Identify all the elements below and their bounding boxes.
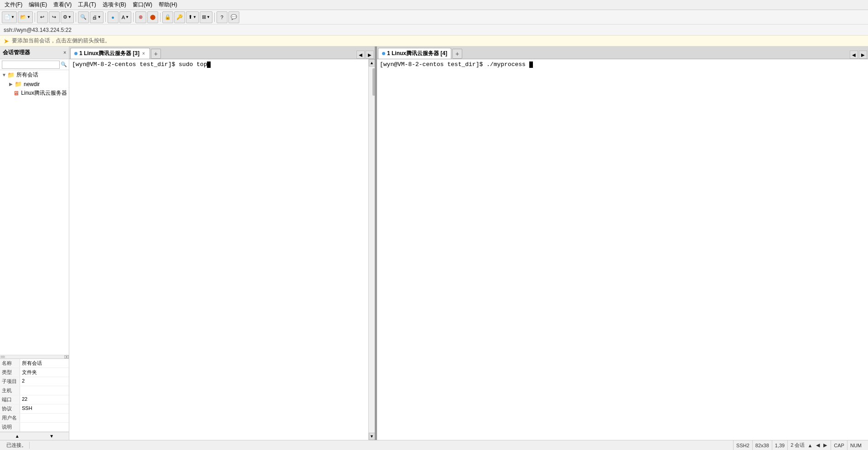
right-tab-active[interactable]: 1 Linux腾讯云服务器 [4] [378,48,451,59]
terminal-area: 1 Linux腾讯云服务器 [3] × + ◀ ▶ [wyn@VM-8-2-ce… [69,46,868,440]
sidebar: 会话管理器 × 🔍 ▼ 📁 所有会话 ▶ 📁 newdir 🖥 [0,46,69,440]
lock-button[interactable]: 🔒 [162,11,173,23]
menu-window[interactable]: 窗口(W) [130,0,155,10]
prop-val: 22 [20,395,29,404]
redo-button[interactable]: ↪ [49,11,60,23]
record-button[interactable]: ⬤ [147,11,158,23]
prop-key: 说明 [0,423,20,431]
scroll-up-arrow[interactable]: ▲ [369,59,375,66]
menu-edit[interactable]: 编辑(E) [26,0,50,10]
right-tab-prev[interactable]: ◀ [850,51,858,59]
prop-key: 协议 [0,404,20,413]
hintbar: ➤ 要添加当前会话，点击左侧的箭头按钮。 [0,36,868,46]
left-tab-next[interactable]: ▶ [366,51,374,59]
prop-scroll-up[interactable]: ▲ [0,432,35,440]
main-area: 会话管理器 × 🔍 ▼ 📁 所有会话 ▶ 📁 newdir 🖥 [0,46,868,440]
tab-dot [74,52,78,55]
status-cursor-pos: 1,39 [772,440,787,450]
hscroll-thumb [0,356,5,358]
prop-key: 用户名 [0,414,20,422]
left-tab-active[interactable]: 1 Linux腾讯云服务器 [3] × [70,48,150,59]
find-button[interactable]: 🔍 [78,11,89,23]
left-tab-add-button[interactable]: + [151,49,161,59]
help-button[interactable]: ? [217,11,227,23]
new-icon: 📄 [4,14,10,20]
menu-view[interactable]: 查看(V) [51,0,74,10]
separator-1 [35,13,35,22]
menu-file[interactable]: 文件(F) [2,0,25,10]
properties-panel: 名称 所有会话 类型 文件夹 子项目 2 主机 端口 22 协议 SSH [0,358,69,432]
print-button[interactable]: 🖨 ▼ [90,11,103,23]
sidebar-search-input[interactable] [2,61,60,69]
color-button[interactable]: ● [108,11,119,23]
sessions-up-arrow[interactable]: ▲ [806,443,813,448]
statusbar: 已连接。 SSH2 82x38 1,39 2 会话 ▲ ◀ ▶ CAP NUM [0,440,868,450]
chat-icon: 💬 [231,14,237,20]
settings-button[interactable]: ⚙ ▼ [61,11,74,23]
help-icon: ? [221,15,223,20]
sidebar-hscrollbar[interactable]: › [0,355,69,358]
prop-key: 子项目 [0,377,20,386]
left-tab-nav: ◀ ▶ [356,51,374,59]
tree-item-linux-server[interactable]: 🖥 Linux腾讯云服务器 [0,88,69,98]
tab-label: 1 Linux腾讯云服务器 [4] [387,50,447,57]
right-terminal-panel: 1 Linux腾讯云服务器 [4] + ◀ ▶ [wyn@VM-8-2-cent… [377,46,868,440]
menu-tools[interactable]: 工具(T) [75,0,98,10]
status-cap: CAP [831,440,847,450]
left-terminal-content[interactable]: [wyn@VM-8-2-centos test_dir]$ sudo top [69,59,368,440]
separator-6 [214,13,215,22]
left-tab-prev[interactable]: ◀ [356,51,365,59]
prop-scroll-down[interactable]: ▼ [35,432,69,440]
right-terminal-content[interactable]: [wyn@VM-8-2-centos test_dir]$ ./myproces… [377,59,868,440]
chat-button[interactable]: 💬 [228,11,239,23]
prop-val: 文件夹 [20,368,39,377]
layout-button[interactable]: ⊞ ▼ [200,11,212,23]
tab-close-button[interactable]: × [141,51,146,56]
cursor [207,61,211,68]
search-icon[interactable]: 🔍 [61,61,67,67]
undo-icon: ↩ [40,14,44,20]
record-icon: ⬤ [150,14,155,20]
transfer-button[interactable]: ⬆ ▼ [186,11,199,23]
open-button[interactable]: 📂 ▼ [18,11,33,23]
tree-item-newdir[interactable]: ▶ 📁 newdir [0,80,69,88]
scroll-down-arrow[interactable]: ▼ [369,433,375,440]
left-command-line: [wyn@VM-8-2-centos test_dir]$ sudo top [72,61,207,68]
color-icon: ● [111,15,114,20]
menu-tabs[interactable]: 选项卡(B) [100,0,129,10]
prop-val: 所有会话 [20,359,44,368]
separator-4 [133,13,134,22]
redo-icon: ↪ [52,14,56,20]
right-terminal-row: [wyn@VM-8-2-centos test_dir]$ ./myproces… [377,59,868,440]
prop-val [20,414,24,422]
hscroll-track [5,355,64,358]
menu-help[interactable]: 帮助(H) [156,0,180,10]
stop-button[interactable]: ⊗ [135,11,146,23]
sessions-next-arrow[interactable]: ▶ [822,442,828,448]
gear-icon: ⚙ [63,14,67,20]
prop-val: SSH [20,404,34,413]
font-icon: A [122,15,125,20]
sidebar-close-button[interactable]: × [63,50,66,55]
transfer-icon: ⬆ [188,14,192,20]
sidebar-header: 会话管理器 × [0,46,69,59]
sessions-label: 2 会话 [790,442,805,449]
left-terminal-panel: 1 Linux腾讯云服务器 [3] × + ◀ ▶ [wyn@VM-8-2-ce… [69,46,375,440]
tree-item-all-sessions[interactable]: ▼ 📁 所有会话 [0,70,69,80]
tree-label: 所有会话 [16,71,38,79]
new-session-button[interactable]: 📄 ▼ [2,11,17,23]
right-tab-add-button[interactable]: + [452,49,462,59]
font-button[interactable]: A ▼ [119,11,131,23]
hint-text: 要添加当前会话，点击左侧的箭头按钮。 [12,37,110,45]
key-button[interactable]: 🔑 [174,11,185,23]
sessions-prev-arrow[interactable]: ◀ [815,442,821,448]
right-tab-next[interactable]: ▶ [859,51,867,59]
tree-label: Linux腾讯云服务器 [21,89,67,97]
undo-button[interactable]: ↩ [37,11,48,23]
hscroll-right[interactable]: › [64,355,69,358]
prop-key: 端口 [0,395,20,404]
separator-2 [76,13,76,22]
sidebar-title: 会话管理器 [3,49,30,56]
scroll-thumb [372,68,375,96]
tab-label: 1 Linux腾讯云服务器 [3] [79,50,140,57]
